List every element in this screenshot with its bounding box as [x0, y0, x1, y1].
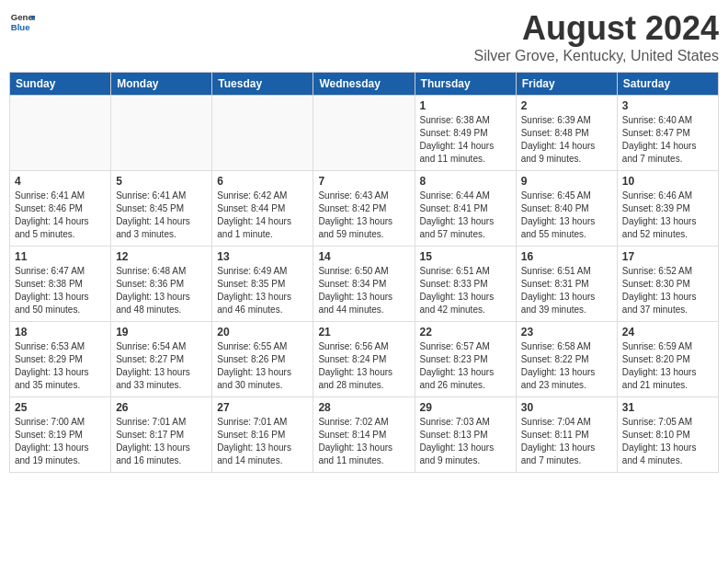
calendar-cell: 10Sunrise: 6:46 AM Sunset: 8:39 PM Dayli… [617, 171, 718, 247]
calendar-cell: 23Sunrise: 6:58 AM Sunset: 8:22 PM Dayli… [516, 322, 617, 397]
calendar-cell: 14Sunrise: 6:50 AM Sunset: 8:34 PM Dayli… [313, 247, 415, 322]
day-info: Sunrise: 6:59 AM Sunset: 8:20 PM Dayligh… [622, 340, 713, 392]
day-info: Sunrise: 7:00 AM Sunset: 8:19 PM Dayligh… [15, 416, 106, 467]
col-monday: Monday [111, 73, 212, 96]
day-info: Sunrise: 6:42 AM Sunset: 8:44 PM Dayligh… [217, 190, 308, 241]
day-number: 11 [15, 250, 106, 263]
logo-icon: General Blue [9, 9, 35, 35]
day-number: 31 [622, 401, 713, 414]
location-subtitle: Silver Grove, Kentucky, United States [474, 48, 719, 64]
calendar-cell: 18Sunrise: 6:53 AM Sunset: 8:29 PM Dayli… [10, 322, 111, 397]
calendar-cell: 28Sunrise: 7:02 AM Sunset: 8:14 PM Dayli… [313, 397, 415, 473]
day-number: 19 [116, 326, 207, 339]
col-thursday: Thursday [415, 73, 516, 96]
day-info: Sunrise: 6:46 AM Sunset: 8:39 PM Dayligh… [622, 190, 713, 241]
col-friday: Friday [516, 73, 617, 96]
calendar-cell: 31Sunrise: 7:05 AM Sunset: 8:10 PM Dayli… [617, 397, 718, 473]
col-wednesday: Wednesday [313, 73, 415, 96]
day-number: 27 [217, 401, 308, 414]
day-info: Sunrise: 7:01 AM Sunset: 8:16 PM Dayligh… [217, 416, 308, 467]
calendar-cell [10, 96, 111, 171]
day-info: Sunrise: 6:54 AM Sunset: 8:27 PM Dayligh… [116, 340, 207, 392]
calendar-cell: 16Sunrise: 6:51 AM Sunset: 8:31 PM Dayli… [516, 247, 617, 322]
calendar-cell: 29Sunrise: 7:03 AM Sunset: 8:13 PM Dayli… [415, 397, 516, 473]
day-info: Sunrise: 6:51 AM Sunset: 8:33 PM Dayligh… [420, 265, 511, 316]
day-info: Sunrise: 6:53 AM Sunset: 8:29 PM Dayligh… [15, 340, 106, 392]
calendar-cell: 21Sunrise: 6:56 AM Sunset: 8:24 PM Dayli… [313, 322, 415, 397]
col-tuesday: Tuesday [212, 73, 313, 96]
calendar-cell: 1Sunrise: 6:38 AM Sunset: 8:49 PM Daylig… [415, 96, 516, 171]
day-number: 25 [15, 401, 106, 414]
calendar-cell: 22Sunrise: 6:57 AM Sunset: 8:23 PM Dayli… [415, 322, 516, 397]
day-number: 20 [217, 326, 308, 339]
day-info: Sunrise: 6:39 AM Sunset: 8:48 PM Dayligh… [521, 114, 612, 166]
calendar-week-3: 11Sunrise: 6:47 AM Sunset: 8:38 PM Dayli… [10, 247, 719, 322]
calendar-cell: 12Sunrise: 6:48 AM Sunset: 8:36 PM Dayli… [111, 247, 212, 322]
day-number: 26 [116, 401, 207, 414]
calendar-cell [212, 96, 313, 171]
calendar-week-5: 25Sunrise: 7:00 AM Sunset: 8:19 PM Dayli… [10, 397, 719, 473]
day-info: Sunrise: 6:38 AM Sunset: 8:49 PM Dayligh… [420, 114, 511, 166]
calendar-cell: 4Sunrise: 6:41 AM Sunset: 8:46 PM Daylig… [10, 171, 111, 247]
day-info: Sunrise: 6:43 AM Sunset: 8:42 PM Dayligh… [318, 190, 409, 241]
col-saturday: Saturday [617, 73, 718, 96]
day-info: Sunrise: 7:05 AM Sunset: 8:10 PM Dayligh… [622, 416, 713, 467]
day-number: 17 [622, 250, 713, 263]
title-area: August 2024 Silver Grove, Kentucky, Unit… [474, 9, 719, 64]
day-number: 13 [217, 250, 308, 263]
day-number: 6 [217, 175, 308, 188]
calendar-cell: 17Sunrise: 6:52 AM Sunset: 8:30 PM Dayli… [617, 247, 718, 322]
day-number: 10 [622, 175, 713, 188]
day-info: Sunrise: 6:47 AM Sunset: 8:38 PM Dayligh… [15, 265, 106, 316]
col-sunday: Sunday [10, 73, 111, 96]
header-row: Sunday Monday Tuesday Wednesday Thursday… [10, 73, 719, 96]
calendar-week-2: 4Sunrise: 6:41 AM Sunset: 8:46 PM Daylig… [10, 171, 719, 247]
day-number: 14 [318, 250, 409, 263]
calendar-cell: 3Sunrise: 6:40 AM Sunset: 8:47 PM Daylig… [617, 96, 718, 171]
day-info: Sunrise: 7:03 AM Sunset: 8:13 PM Dayligh… [420, 416, 511, 467]
day-number: 23 [521, 326, 612, 339]
calendar-table: Sunday Monday Tuesday Wednesday Thursday… [9, 72, 719, 473]
day-info: Sunrise: 6:51 AM Sunset: 8:31 PM Dayligh… [521, 265, 612, 316]
day-number: 24 [622, 326, 713, 339]
day-info: Sunrise: 6:41 AM Sunset: 8:46 PM Dayligh… [15, 190, 106, 241]
calendar-cell: 24Sunrise: 6:59 AM Sunset: 8:20 PM Dayli… [617, 322, 718, 397]
calendar-cell: 25Sunrise: 7:00 AM Sunset: 8:19 PM Dayli… [10, 397, 111, 473]
day-info: Sunrise: 7:02 AM Sunset: 8:14 PM Dayligh… [318, 416, 409, 467]
day-number: 2 [521, 99, 612, 112]
calendar-cell: 13Sunrise: 6:49 AM Sunset: 8:35 PM Dayli… [212, 247, 313, 322]
day-number: 15 [420, 250, 511, 263]
calendar-cell: 7Sunrise: 6:43 AM Sunset: 8:42 PM Daylig… [313, 171, 415, 247]
calendar-cell [111, 96, 212, 171]
header: General Blue August 2024 Silver Grove, K… [9, 9, 719, 64]
day-info: Sunrise: 7:04 AM Sunset: 8:11 PM Dayligh… [521, 416, 612, 467]
svg-text:Blue: Blue [11, 22, 30, 32]
calendar-cell: 2Sunrise: 6:39 AM Sunset: 8:48 PM Daylig… [516, 96, 617, 171]
day-info: Sunrise: 6:44 AM Sunset: 8:41 PM Dayligh… [420, 190, 511, 241]
day-number: 30 [521, 401, 612, 414]
day-info: Sunrise: 7:01 AM Sunset: 8:17 PM Dayligh… [116, 416, 207, 467]
calendar-cell: 20Sunrise: 6:55 AM Sunset: 8:26 PM Dayli… [212, 322, 313, 397]
logo: General Blue [9, 9, 35, 35]
calendar-cell: 11Sunrise: 6:47 AM Sunset: 8:38 PM Dayli… [10, 247, 111, 322]
day-info: Sunrise: 6:50 AM Sunset: 8:34 PM Dayligh… [318, 265, 409, 316]
calendar-cell [313, 96, 415, 171]
day-number: 28 [318, 401, 409, 414]
calendar-week-1: 1Sunrise: 6:38 AM Sunset: 8:49 PM Daylig… [10, 96, 719, 171]
calendar-cell: 6Sunrise: 6:42 AM Sunset: 8:44 PM Daylig… [212, 171, 313, 247]
day-info: Sunrise: 6:48 AM Sunset: 8:36 PM Dayligh… [116, 265, 207, 316]
calendar-cell: 15Sunrise: 6:51 AM Sunset: 8:33 PM Dayli… [415, 247, 516, 322]
day-number: 21 [318, 326, 409, 339]
day-number: 7 [318, 175, 409, 188]
calendar-cell: 8Sunrise: 6:44 AM Sunset: 8:41 PM Daylig… [415, 171, 516, 247]
calendar-cell: 27Sunrise: 7:01 AM Sunset: 8:16 PM Dayli… [212, 397, 313, 473]
day-number: 16 [521, 250, 612, 263]
calendar-cell: 30Sunrise: 7:04 AM Sunset: 8:11 PM Dayli… [516, 397, 617, 473]
calendar-cell: 9Sunrise: 6:45 AM Sunset: 8:40 PM Daylig… [516, 171, 617, 247]
day-info: Sunrise: 6:40 AM Sunset: 8:47 PM Dayligh… [622, 114, 713, 166]
day-info: Sunrise: 6:58 AM Sunset: 8:22 PM Dayligh… [521, 340, 612, 392]
day-info: Sunrise: 6:57 AM Sunset: 8:23 PM Dayligh… [420, 340, 511, 392]
day-number: 22 [420, 326, 511, 339]
day-info: Sunrise: 6:45 AM Sunset: 8:40 PM Dayligh… [521, 190, 612, 241]
day-number: 5 [116, 175, 207, 188]
